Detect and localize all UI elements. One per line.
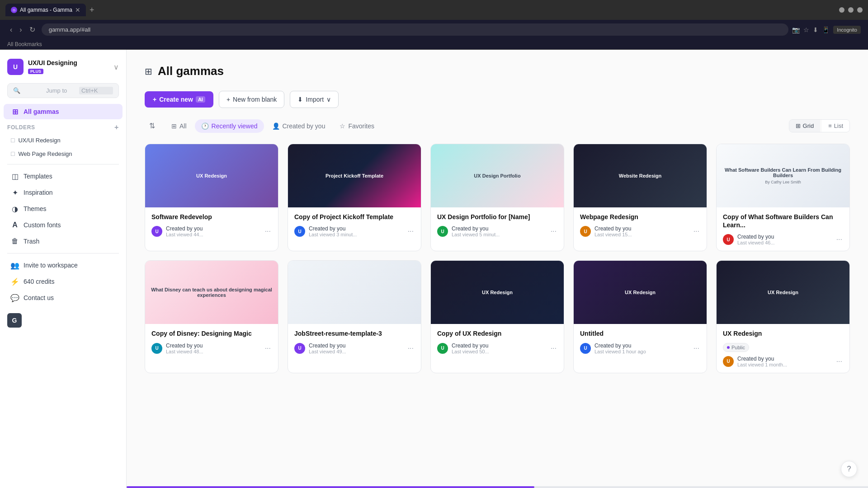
sidebar-item-themes[interactable]: ◑ Themes xyxy=(4,201,123,216)
sidebar-item-invite[interactable]: 👥 Invite to workspace xyxy=(4,258,123,273)
forward-button[interactable]: › xyxy=(17,24,24,35)
sidebar-item-templates[interactable]: ◫ Templates xyxy=(4,169,123,184)
thumb-inner: UX Redesign xyxy=(574,261,707,324)
card-title: UX Redesign xyxy=(723,329,843,338)
thumb-title: What Disney can teach us about designing… xyxy=(151,287,273,298)
card-card-2[interactable]: Project Kickoff Template Copy of Project… xyxy=(288,144,421,251)
card-avatar: U xyxy=(151,343,162,354)
card-avatar: U xyxy=(723,356,734,367)
thumb-title: UX Redesign xyxy=(196,173,227,178)
card-more-button[interactable]: ··· xyxy=(407,227,415,235)
card-info: Created by you Last viewed 48... xyxy=(166,343,260,354)
page-icon: ⊞ xyxy=(145,66,152,77)
filter-tab-recently-viewed[interactable]: 🕐 Recently viewed xyxy=(195,119,264,133)
workspace-header[interactable]: U UX/UI Designing PLUS ∨ xyxy=(0,55,126,80)
card-card-6[interactable]: What Disney can teach us about designing… xyxy=(145,260,278,373)
card-more-button[interactable]: ··· xyxy=(550,344,557,352)
filter-tab-favorites[interactable]: ☆ Favorites xyxy=(333,119,381,133)
sidebar-item-contact[interactable]: 💬 Contact us xyxy=(4,290,123,305)
new-from-blank-button[interactable]: + New from blank xyxy=(219,91,284,108)
import-icon: ⬇ xyxy=(297,96,303,103)
cards-grid: UX Redesign Software Redevelop U Created… xyxy=(145,144,850,373)
sidebar-item-credits[interactable]: ⚡ 640 credits xyxy=(4,274,123,289)
back-button[interactable]: ‹ xyxy=(7,24,15,35)
thumb-title: UX Design Portfolio xyxy=(474,173,520,178)
url-bar[interactable]: gamma.app/#all xyxy=(42,23,789,36)
card-badge: Public xyxy=(723,343,749,352)
all-gammas-icon: ⊞ xyxy=(11,108,19,116)
card-time: Last viewed 46... xyxy=(737,240,832,245)
card-title: Software Redevelop xyxy=(151,213,272,221)
filter-tab-created-by-you[interactable]: 👤 Created by you xyxy=(266,119,332,133)
create-new-label: Create new xyxy=(159,96,193,103)
import-button[interactable]: ⬇ Import ∨ xyxy=(290,91,339,108)
card-title: Copy of What Software Builders Can Learn… xyxy=(723,213,843,229)
progress-bar-fill xyxy=(127,486,534,488)
workspace-chevron-icon[interactable]: ∨ xyxy=(113,63,119,71)
card-author: Created by you xyxy=(452,343,546,349)
card-thumbnail xyxy=(288,261,421,324)
create-new-button[interactable]: + Create new AI xyxy=(145,91,213,108)
help-button[interactable]: ? xyxy=(841,461,857,477)
grid-view-button[interactable]: ⊞ Grid xyxy=(789,120,821,132)
card-more-button[interactable]: ··· xyxy=(264,227,272,235)
thumb-inner: What Software Builders Can Learn From Bu… xyxy=(717,144,849,207)
card-meta: U Created by you Last viewed 46... ··· xyxy=(723,234,843,245)
card-card-3[interactable]: UX Design Portfolio UX Design Portfolio … xyxy=(430,144,564,251)
tab-close-button[interactable]: ✕ xyxy=(75,6,80,14)
add-folder-button[interactable]: + xyxy=(114,123,119,131)
card-more-button[interactable]: ··· xyxy=(693,227,700,235)
minimize-button[interactable] xyxy=(839,7,844,13)
list-view-button[interactable]: ≡ List xyxy=(822,120,849,132)
card-title: Copy of UX Redesign xyxy=(437,329,557,338)
new-tab-button[interactable]: + xyxy=(88,5,96,15)
card-card-10[interactable]: UX Redesign UX Redesign Public U Created… xyxy=(716,260,850,373)
page-title: All gammas xyxy=(158,64,224,78)
filter-tab-all[interactable]: ⊞ All xyxy=(165,119,193,133)
card-card-9[interactable]: UX Redesign Untitled U Created by you La… xyxy=(573,260,707,373)
reload-button[interactable]: ↻ xyxy=(27,24,38,35)
thumb-title: Project Kickoff Template xyxy=(326,173,383,178)
card-author: Created by you xyxy=(737,234,832,240)
card-meta: U Created by you Last viewed 15... ··· xyxy=(580,225,700,237)
card-card-7[interactable]: JobStreet-resume-template-3 U Created by… xyxy=(288,260,421,373)
sidebar-item-custom-fonts[interactable]: A Custom fonts xyxy=(4,217,123,233)
sidebar-divider xyxy=(7,164,119,164)
device-icon[interactable]: 📱 xyxy=(822,26,830,33)
thumb-inner: UX Redesign xyxy=(145,144,278,207)
card-card-1[interactable]: UX Redesign Software Redevelop U Created… xyxy=(145,144,278,251)
card-card-5[interactable]: What Software Builders Can Learn From Bu… xyxy=(716,144,850,251)
card-time: Last viewed 50... xyxy=(452,349,546,354)
card-more-button[interactable]: ··· xyxy=(407,344,415,352)
bookmarks-label: All Bookmarks xyxy=(7,41,42,47)
card-more-button[interactable]: ··· xyxy=(264,344,272,352)
active-tab[interactable]: G All gammas - Gamma ✕ xyxy=(5,4,86,16)
card-time: Last viewed 15... xyxy=(594,232,689,237)
trash-label: Trash xyxy=(24,238,39,245)
sidebar-item-trash[interactable]: 🗑 Trash xyxy=(4,234,123,249)
star-icon[interactable]: ☆ xyxy=(803,26,809,33)
sidebar-folder-ux-redesign[interactable]: □ UX/UI Redesign xyxy=(4,134,123,146)
trash-icon: 🗑 xyxy=(11,237,19,245)
maximize-button[interactable] xyxy=(848,7,854,13)
sidebar-folder-web-redesign[interactable]: □ Web Page Redesign xyxy=(4,147,123,160)
search-shortcut: Ctrl+K xyxy=(79,87,113,94)
card-body: UX Redesign Public U Created by you Last… xyxy=(717,324,849,372)
card-body: Copy of UX Redesign U Created by you Las… xyxy=(431,324,564,359)
card-more-button[interactable]: ··· xyxy=(550,227,557,235)
card-card-8[interactable]: UX Redesign Copy of UX Redesign U Create… xyxy=(430,260,564,373)
card-more-button[interactable]: ··· xyxy=(835,357,843,366)
card-title: JobStreet-resume-template-3 xyxy=(294,329,415,338)
app-layout: U UX/UI Designing PLUS ∨ 🔍 Jump to Ctrl+… xyxy=(0,50,868,488)
sidebar-item-all-gammas[interactable]: ⊞ All gammas xyxy=(4,104,123,119)
download-icon[interactable]: ⬇ xyxy=(813,26,818,33)
card-info: Created by you Last viewed 1 hour ago xyxy=(594,343,689,354)
card-card-4[interactable]: Website Redesign Webpage Redesign U Crea… xyxy=(573,144,707,251)
card-author: Created by you xyxy=(309,343,403,349)
search-box[interactable]: 🔍 Jump to Ctrl+K xyxy=(7,83,119,98)
close-button[interactable] xyxy=(857,7,863,13)
sort-button[interactable]: ⇅ xyxy=(145,119,160,133)
card-more-button[interactable]: ··· xyxy=(693,344,700,352)
sidebar-item-inspiration[interactable]: ✦ Inspiration xyxy=(4,185,123,200)
card-more-button[interactable]: ··· xyxy=(835,235,843,244)
